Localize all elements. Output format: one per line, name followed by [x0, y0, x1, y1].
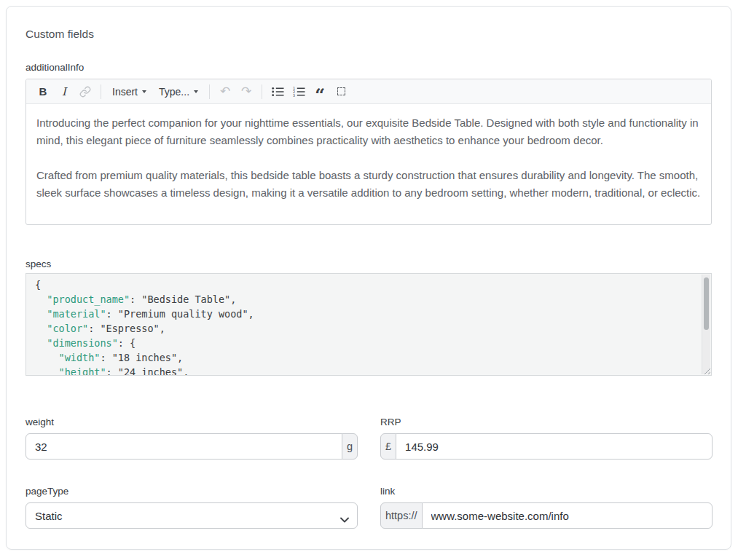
code-line: "width": "18 inches",: [35, 350, 694, 365]
custom-fields-panel: Custom fields additionalInfo B I: [6, 6, 731, 550]
protocol-addon: https://: [380, 502, 423, 529]
toolbar-divider: [209, 84, 210, 99]
rich-text-editor: B I Insert: [25, 79, 712, 225]
page-type-select[interactable]: Static: [25, 502, 358, 529]
weight-unit-addon: g: [342, 433, 358, 460]
vertical-scrollbar[interactable]: [702, 275, 710, 374]
weight-input[interactable]: [25, 433, 342, 460]
italic-button[interactable]: I: [55, 82, 74, 101]
link-input[interactable]: [422, 502, 713, 529]
link-icon: [79, 86, 91, 98]
code-content: { "product_name": "Bedside Table", "mate…: [35, 277, 694, 376]
additional-info-field: additionalInfo B I: [25, 62, 712, 225]
specs-label: specs: [25, 259, 712, 269]
undo-icon: ↶: [220, 85, 230, 98]
code-line: {: [35, 277, 694, 292]
rrp-field: RRP £: [380, 417, 713, 460]
bold-button[interactable]: B: [34, 82, 52, 101]
weight-field: weight g: [25, 417, 358, 460]
type-menu-label: Type...: [159, 86, 189, 98]
code-line: "color": "Espresso",: [35, 321, 694, 336]
code-line: "height": "24 inches",: [35, 365, 694, 376]
editor-paragraph: Introducing the perfect companion for yo…: [36, 114, 701, 149]
svg-text:3: 3: [293, 93, 295, 97]
insert-menu-label: Insert: [112, 86, 138, 98]
container-block-button[interactable]: [331, 82, 350, 101]
numbered-list-button[interactable]: 1 2 3: [289, 82, 308, 101]
rrp-label: RRP: [380, 417, 713, 427]
editor-paragraph: Crafted from premium quality materials, …: [36, 167, 701, 202]
editor-content-area[interactable]: Introducing the perfect companion for yo…: [26, 104, 711, 212]
code-line: "material": "Premium quality wood",: [35, 307, 694, 321]
panel-title: Custom fields: [25, 28, 712, 41]
page-type-label: pageType: [25, 486, 358, 497]
page-type-field: pageType Static: [25, 486, 358, 529]
scrollbar-thumb[interactable]: [704, 277, 709, 330]
code-line: "dimensions": {: [35, 336, 694, 350]
code-line: "product_name": "Bedside Table",: [35, 292, 694, 307]
undo-button[interactable]: ↶: [216, 82, 235, 101]
link-button[interactable]: [76, 82, 95, 101]
weight-label: weight: [25, 417, 358, 427]
link-label: link: [380, 486, 713, 497]
type-menu-button[interactable]: Type...: [154, 82, 203, 101]
additional-info-label: additionalInfo: [25, 62, 712, 73]
toolbar-divider: [101, 84, 101, 99]
chevron-down-icon: [142, 90, 146, 93]
toolbar-divider: [262, 84, 262, 99]
rrp-input[interactable]: [396, 433, 713, 460]
redo-icon: ↷: [241, 85, 251, 98]
link-field: link https://: [380, 486, 713, 529]
chevron-down-icon: [194, 90, 198, 93]
currency-addon: £: [380, 433, 396, 460]
blockquote-button[interactable]: “: [310, 82, 329, 101]
numbered-list-icon: 1 2 3: [293, 87, 305, 97]
specs-field: specs { "product_name": "Bedside Table",…: [25, 259, 712, 376]
dashed-box-icon: [337, 87, 345, 95]
bullet-list-icon: [272, 87, 284, 97]
specs-code-editor[interactable]: { "product_name": "Bedside Table", "mate…: [25, 273, 712, 376]
insert-menu-button[interactable]: Insert: [107, 82, 152, 101]
editor-toolbar: B I Insert: [26, 79, 711, 104]
bullet-list-button[interactable]: [268, 82, 287, 101]
redo-button[interactable]: ↷: [237, 82, 256, 101]
blockquote-icon: “: [315, 92, 325, 99]
